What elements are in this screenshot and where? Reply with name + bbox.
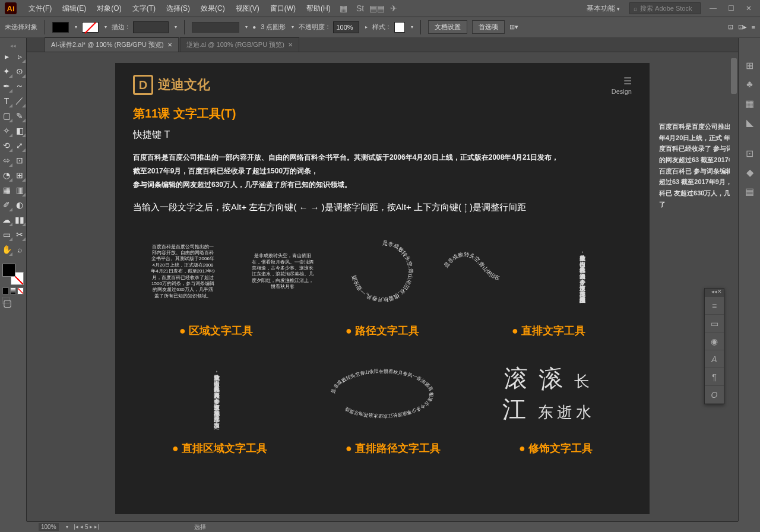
direct-selection-tool[interactable]: ▹ — [13, 49, 26, 64]
align-icon[interactable]: ⊞▾ — [509, 23, 518, 31]
brush-profile[interactable]: 3 点圆形 — [261, 23, 286, 31]
shaper-tool[interactable]: ✧ — [0, 123, 13, 138]
opentype-panel-icon[interactable]: O — [705, 386, 724, 404]
last-artboard-button[interactable]: ▸| — [94, 524, 99, 530]
line-tool[interactable]: ／ — [13, 93, 26, 108]
free-transform-tool[interactable]: ⊡ — [13, 153, 26, 167]
zoom-level[interactable]: 100% — [39, 523, 59, 531]
color-panel-icon[interactable]: ▦ — [739, 94, 760, 113]
gradient-tool[interactable]: ▥ — [13, 182, 26, 197]
blend-tool[interactable]: ◐ — [13, 197, 26, 212]
bridge-icon[interactable]: ▦ — [338, 2, 350, 14]
align-panel-icon[interactable]: ▭ — [705, 315, 724, 332]
minimize-button[interactable]: — — [707, 4, 720, 13]
first-artboard-button[interactable]: |◂ — [74, 524, 78, 530]
swatches-panel-icon[interactable]: ◣ — [739, 113, 760, 132]
fill-swatch[interactable] — [52, 22, 69, 33]
eraser-tool[interactable]: ◧ — [13, 123, 26, 138]
menu-object[interactable]: 对象(O) — [92, 1, 126, 16]
brush-icon[interactable] — [192, 22, 239, 33]
rectangle-tool[interactable]: ▢ — [0, 108, 13, 123]
document-tab-active[interactable]: AI-课件2.ai* @ 100% (RGB/GPU 预览) ✕ — [45, 37, 179, 52]
vertical-type-sample: 是非成败转头空，青山依旧在，惯看秋月春风。一壶浊酒喜相逢，古今多少事。滚滚长江东… — [577, 230, 587, 313]
paragraph-panel-icon[interactable]: ≡ — [705, 297, 724, 315]
none-mode-icon[interactable] — [17, 287, 24, 294]
document-tab-inactive[interactable]: 逆迪.ai @ 100% (RGB/GPU 预览) ✕ — [180, 37, 299, 52]
curvature-tool[interactable]: ～ — [13, 78, 26, 93]
maximize-button[interactable]: ☐ — [724, 4, 737, 13]
stock-icon[interactable]: St — [354, 2, 366, 14]
type-tool[interactable]: T — [0, 93, 13, 108]
layers-panel-icon[interactable]: ▤ — [739, 182, 760, 201]
eyedropper-tool[interactable]: ✐ — [0, 197, 13, 212]
area-type-sample2: 是非成败转头空，青山依旧在，惯看秋月春风。一壶浊酒喜相逢，古今多少事。滚滚长江东… — [233, 253, 332, 290]
zoom-tool[interactable]: ⌕ — [13, 242, 26, 256]
arrange-icon[interactable]: ▤▤ — [371, 2, 383, 14]
mesh-tool[interactable]: ▦ — [0, 182, 13, 197]
prev-artboard-button[interactable]: ◂ — [80, 524, 83, 530]
stroke-weight-input[interactable] — [133, 21, 169, 33]
menu-file[interactable]: 文件(F) — [24, 1, 56, 16]
opacity-input[interactable] — [333, 21, 359, 33]
brushes-panel-icon[interactable]: ⊡ — [739, 144, 760, 163]
rotate-tool[interactable]: ⟲ — [0, 138, 13, 153]
svg-text:是非成败转头空,青山依旧在: 是非成败转头空,青山依旧在 — [443, 251, 501, 281]
menu-edit[interactable]: 编辑(E) — [58, 1, 91, 16]
pen-tool[interactable]: ✒ — [0, 78, 13, 93]
pathfinder-panel-icon[interactable]: ◉ — [705, 332, 724, 350]
isolate-icon[interactable]: ⊡▸ — [738, 23, 747, 31]
panel-menu-icon[interactable]: ≡ — [752, 24, 755, 31]
label-vertical-type: 直排文字工具 — [512, 324, 585, 338]
color-mode-icon[interactable] — [2, 287, 9, 294]
menu-select[interactable]: 选择(S) — [162, 1, 195, 16]
lasso-tool[interactable]: ⊙ — [13, 64, 26, 78]
tab-close-icon[interactable]: ✕ — [167, 42, 172, 48]
close-button[interactable]: ✕ — [742, 4, 755, 13]
properties-panel-icon[interactable]: ⊞ — [739, 56, 760, 75]
tab-title: AI-课件2.ai* @ 100% (RGB/GPU 预览) — [51, 40, 164, 49]
prefs-button[interactable]: 首选项 — [472, 20, 505, 34]
transform-icon[interactable]: ⊡ — [728, 23, 733, 31]
libraries-panel-icon[interactable]: ♣ — [739, 75, 760, 94]
tab-close-icon[interactable]: ✕ — [288, 42, 293, 48]
paintbrush-tool[interactable]: ✎ — [13, 108, 26, 123]
menu-help[interactable]: 帮助(H) — [302, 1, 335, 16]
width-tool[interactable]: ⬄ — [0, 153, 13, 167]
graph-tool[interactable]: ▮▮ — [13, 212, 26, 227]
hand-tool[interactable]: ✋ — [0, 242, 13, 256]
screen-mode-icon[interactable]: ▢ — [2, 297, 10, 304]
perspective-tool[interactable]: ⊞ — [13, 167, 26, 182]
workspace-dropdown[interactable]: 基本功能 — [582, 2, 625, 15]
menu-type[interactable]: 文字(T) — [128, 1, 160, 16]
artboard-number[interactable]: 5 — [85, 524, 88, 530]
selection-tool[interactable]: ▸ — [0, 49, 13, 64]
vertical-scrollbar[interactable] — [730, 52, 738, 521]
artboard[interactable]: D 逆迪文化 Design 第11课 文字工具(T) 快捷键 T 百度百科是百度… — [115, 63, 650, 514]
svg-text:是非成败转头空,青山依旧在,惯看秋月春风,一壶浊酒: 是非成败转头空,青山依旧在,惯看秋月春风,一壶浊酒 — [351, 240, 414, 303]
menu-window[interactable]: 窗口(W) — [265, 1, 300, 16]
artboard-tool[interactable]: ▭ — [0, 227, 13, 242]
menu-view[interactable]: 视图(V) — [231, 1, 264, 16]
panel-collapse-icon[interactable]: ◂◂ — [711, 289, 717, 297]
fill-stroke-swatches[interactable] — [2, 264, 24, 285]
shape-builder-tool[interactable]: ◔ — [0, 167, 13, 182]
doc-setup-button[interactable]: 文档设置 — [428, 20, 467, 34]
style-swatch[interactable] — [394, 22, 405, 33]
gradient-mode-icon[interactable] — [10, 287, 17, 294]
label-vertical-area-type: 直排区域文字工具 — [172, 441, 267, 455]
gpu-icon[interactable]: ✈ — [388, 2, 400, 14]
menu-effect[interactable]: 效果(C) — [196, 1, 230, 16]
area-type-sample: 百度百科是百度公司推出的一部内容开放、自由的网络百科全书平台。其测试版于2006… — [133, 244, 233, 300]
stroke-swatch[interactable] — [82, 22, 99, 33]
symbols-panel-icon[interactable]: ◆ — [739, 163, 760, 182]
floating-panel[interactable]: ◂◂✕ ≡ ▭ ◉ A ¶ O — [704, 288, 724, 404]
stock-search[interactable]: 搜索 Adobe Stock — [629, 2, 701, 14]
scale-tool[interactable]: ⤢ — [13, 138, 26, 153]
paragraph2-panel-icon[interactable]: ¶ — [705, 368, 724, 386]
next-artboard-button[interactable]: ▸ — [90, 524, 93, 530]
magic-wand-tool[interactable]: ✦ — [0, 64, 13, 78]
slice-tool[interactable]: ✂ — [13, 227, 26, 242]
symbol-sprayer-tool[interactable]: ☁ — [0, 212, 13, 227]
panel-close-icon[interactable]: ✕ — [717, 289, 722, 297]
character-panel-icon[interactable]: A — [705, 350, 724, 368]
